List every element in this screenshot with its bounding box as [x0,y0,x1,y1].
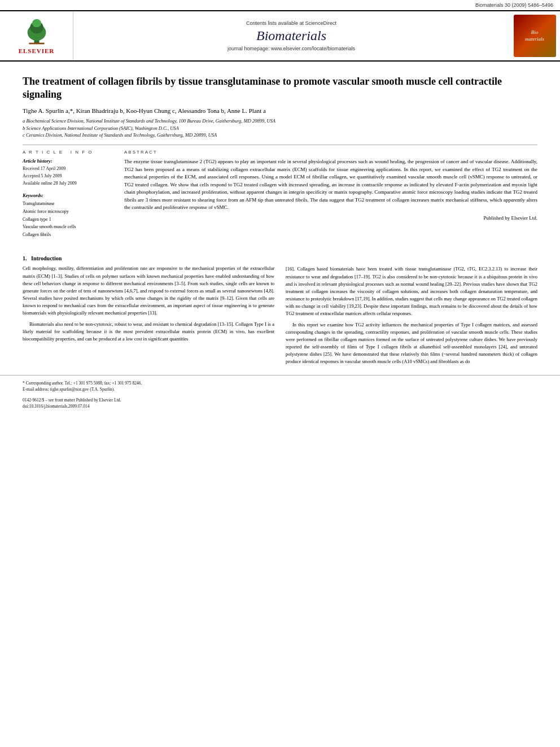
authors-text: Tighe A. Spurlin a,*, Kiran Bhadriraju b… [23,107,266,114]
affiliation-c: c Ceramics Division, National Institute … [23,132,537,139]
abstract-text: The enzyme tissue transglutaminase 2 (TG… [124,158,537,212]
svg-rect-4 [29,42,44,44]
intro-para-4: In this report we examine how TG2 activi… [286,321,537,366]
article-history-label: Article history: [23,158,113,164]
intro-para-2: Biomaterials also need to be non-cytotox… [23,321,274,343]
body-left-col: 1. Introduction Cell morphology, motilit… [23,255,274,369]
citation-text: Biomaterials 30 (2009) 5486–5496 [475,2,553,8]
intro-para-3: [16]. Collagen based biomaterials have b… [286,265,537,317]
footnote-area: * Corresponding author. Tel.: +1 301 975… [0,375,560,395]
elsevier-logo-area: ELSEVIER [0,11,73,60]
elsevier-logo: ELSEVIER [17,18,56,54]
intro-section-title: 1. Introduction [23,255,274,261]
journal-logo-box: Biomaterials [514,15,556,57]
article-info-section-head: A R T I C L E I N F O [23,150,113,155]
sciencedirect-line: Contents lists available at ScienceDirec… [246,20,336,26]
svg-point-3 [32,19,41,27]
affiliation-b: b Science Applications International Cor… [23,125,537,132]
main-content-area: The treatment of collagen fibrils by tis… [0,62,560,247]
footnote-email: E-mail address: tighe.spurlin@nist.gov (… [23,386,537,392]
citation-bar: Biomaterials 30 (2009) 5486–5496 [0,0,560,10]
affiliation-a: a Biochemical Science Division, National… [23,117,537,125]
keyword-4: Vascular smooth muscle cells [23,223,113,231]
affiliations-area: a Biochemical Science Division, National… [23,117,537,139]
journal-logo-text: Biomaterials [525,29,544,42]
abstract-section-head: ABSTRACT [124,150,537,155]
journal-title-area: Contents lists available at ScienceDirec… [73,11,509,60]
journal-header: ELSEVIER Contents lists available at Sci… [0,10,560,62]
journal-logo-area: Biomaterials [509,11,560,60]
article-title: The treatment of collagen fibrils by tis… [23,75,537,102]
article-info-col: A R T I C L E I N F O Article history: R… [23,150,113,238]
intro-para-1: Cell morphology, motility, differentiati… [23,265,274,317]
intro-right-text: [16]. Collagen based biomaterials have b… [286,265,537,365]
keyword-3: Collagen type 1 [23,216,113,224]
body-right-col: [16]. Collagen based biomaterials have b… [286,255,537,369]
elsevier-wordmark: ELSEVIER [19,47,55,54]
keyword-5: Collagen fibrils [23,231,113,239]
keyword-1: Transglutaminase [23,200,113,208]
body-section: 1. Introduction Cell morphology, motilit… [0,255,560,369]
published-by: Published by Elsevier Ltd. [124,215,537,221]
available-online-line: Available online 28 July 2009 [23,180,113,187]
journal-homepage: journal homepage: www.elsevier.com/locat… [228,46,355,51]
accepted-line: Accepted 5 July 2009 [23,173,113,180]
authors-line: Tighe A. Spurlin a,*, Kiran Bhadriraju b… [23,107,537,114]
footnote-corresponding: * Corresponding author. Tel.: +1 301 975… [23,380,537,386]
keyword-2: Atomic force microscopy [23,208,113,216]
keywords-label: Keywords: [23,193,113,198]
received-line: Received 17 April 2009 [23,165,113,173]
article-info-abstract-row: A R T I C L E I N F O Article history: R… [23,150,537,238]
journal-title: Biomaterials [256,28,326,43]
issn-line: 0142-9612/$ – see front matter Published… [23,397,537,403]
intro-left-text: Cell morphology, motility, differentiati… [23,265,274,343]
abstract-col: ABSTRACT The enzyme tissue transglutamin… [124,150,537,238]
elsevier-tree-icon [17,18,56,46]
doi-area: 0142-9612/$ – see front matter Published… [0,397,560,410]
doi-line: doi:10.1016/j.biomaterials.2009.07.014 [23,403,537,409]
header-divider [23,145,537,145]
